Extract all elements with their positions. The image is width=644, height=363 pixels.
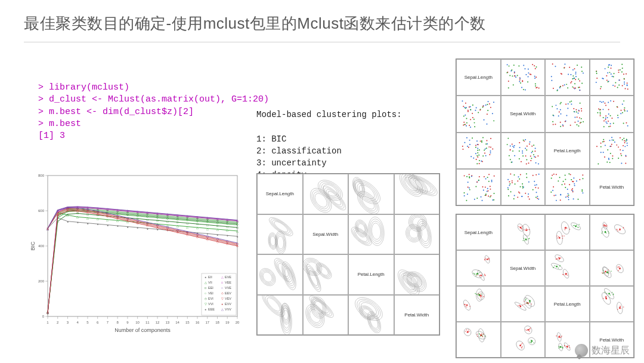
svg-point-701	[470, 127, 471, 128]
svg-text:VVE: VVE	[225, 286, 231, 290]
svg-point-551	[523, 65, 524, 66]
svg-point-605	[561, 73, 562, 75]
svg-point-613	[627, 88, 628, 90]
svg-point-899	[511, 143, 512, 144]
svg-point-589	[573, 78, 574, 79]
svg-point-653	[623, 78, 624, 79]
svg-point-945	[625, 155, 626, 156]
svg-point-867	[522, 139, 524, 140]
svg-point-609	[624, 82, 625, 83]
svg-point-656	[488, 101, 489, 102]
svg-point-1156	[606, 226, 607, 227]
svg-point-377	[351, 176, 367, 198]
svg-point-897	[532, 154, 534, 155]
svg-point-718	[578, 113, 579, 114]
svg-point-792	[602, 101, 603, 103]
svg-point-991	[487, 177, 488, 178]
svg-point-1361	[531, 342, 532, 343]
svg-point-526	[516, 75, 518, 76]
svg-text:△: △	[86, 208, 89, 211]
svg-point-929	[612, 139, 614, 140]
svg-point-1328	[467, 331, 469, 333]
svg-point-752	[555, 124, 556, 125]
svg-point-1189	[474, 273, 475, 275]
svg-point-450	[318, 264, 330, 276]
svg-point-1125	[521, 226, 522, 227]
svg-point-1184	[488, 258, 490, 259]
svg-point-913	[620, 153, 621, 154]
svg-point-837	[476, 159, 477, 160]
svg-point-882	[506, 144, 507, 145]
class-cell-1-0	[456, 96, 501, 132]
svg-text:●: ●	[236, 235, 238, 238]
svg-point-469	[395, 266, 423, 294]
svg-text:400: 400	[38, 244, 45, 248]
svg-point-711	[561, 102, 562, 103]
svg-point-1085	[581, 189, 583, 190]
svg-point-576	[572, 87, 573, 88]
svg-point-800	[599, 109, 600, 110]
svg-point-628	[610, 67, 611, 69]
svg-point-802	[605, 116, 606, 117]
svg-point-779	[617, 115, 618, 116]
svg-text:○: ○	[227, 217, 228, 221]
svg-point-892	[513, 144, 515, 146]
density-cell-0-3	[394, 174, 440, 214]
svg-point-1211	[556, 266, 558, 267]
svg-point-543	[519, 79, 520, 81]
svg-point-1280	[525, 303, 527, 304]
svg-point-1345	[482, 336, 483, 337]
svg-point-835	[485, 143, 487, 144]
svg-point-1320	[620, 306, 621, 307]
svg-point-1217	[555, 265, 556, 266]
svg-point-998	[467, 182, 469, 183]
svg-point-1272	[478, 293, 479, 294]
svg-point-634	[626, 82, 627, 84]
svg-text:15: 15	[185, 321, 190, 324]
svg-text:□: □	[221, 281, 223, 284]
svg-text:○: ○	[137, 210, 138, 213]
svg-text:△: △	[236, 241, 239, 245]
svg-text:600: 600	[38, 209, 45, 213]
svg-point-1316	[623, 307, 624, 308]
svg-point-1236	[603, 270, 604, 271]
svg-point-1390	[560, 337, 561, 339]
svg-point-528	[507, 81, 509, 82]
svg-point-1069	[582, 174, 583, 176]
svg-point-736	[558, 115, 559, 116]
svg-point-1063	[553, 186, 554, 187]
svg-point-925	[603, 141, 604, 142]
svg-point-776	[608, 126, 609, 127]
svg-text:△: △	[186, 225, 188, 229]
svg-point-887	[531, 145, 532, 146]
svg-point-760	[611, 118, 612, 119]
svg-point-1021	[535, 184, 537, 185]
svg-point-1222	[558, 257, 559, 259]
svg-point-1033	[535, 192, 537, 193]
svg-point-1307	[608, 293, 610, 295]
svg-point-739	[566, 115, 567, 116]
svg-point-1140	[573, 225, 574, 226]
svg-point-891	[532, 150, 533, 152]
svg-point-977	[471, 176, 472, 177]
svg-point-854	[467, 145, 468, 146]
svg-text:●: ●	[77, 220, 79, 224]
svg-text:△: △	[66, 206, 69, 210]
svg-point-1077	[573, 198, 574, 199]
svg-text:△: △	[126, 216, 129, 220]
svg-text:△: △	[221, 275, 224, 279]
svg-point-707	[581, 108, 582, 109]
svg-point-791	[599, 112, 600, 113]
svg-point-871	[531, 152, 532, 153]
svg-point-709	[567, 108, 568, 109]
svg-point-822	[484, 152, 485, 153]
svg-point-631	[606, 75, 607, 76]
svg-point-893	[509, 149, 510, 150]
svg-point-993	[485, 195, 487, 196]
svg-point-1145	[574, 225, 575, 226]
svg-point-539	[506, 64, 507, 65]
svg-point-959	[487, 187, 488, 189]
svg-point-1111	[524, 229, 525, 230]
svg-point-964	[476, 198, 478, 199]
density-cell-3-0	[257, 295, 303, 336]
